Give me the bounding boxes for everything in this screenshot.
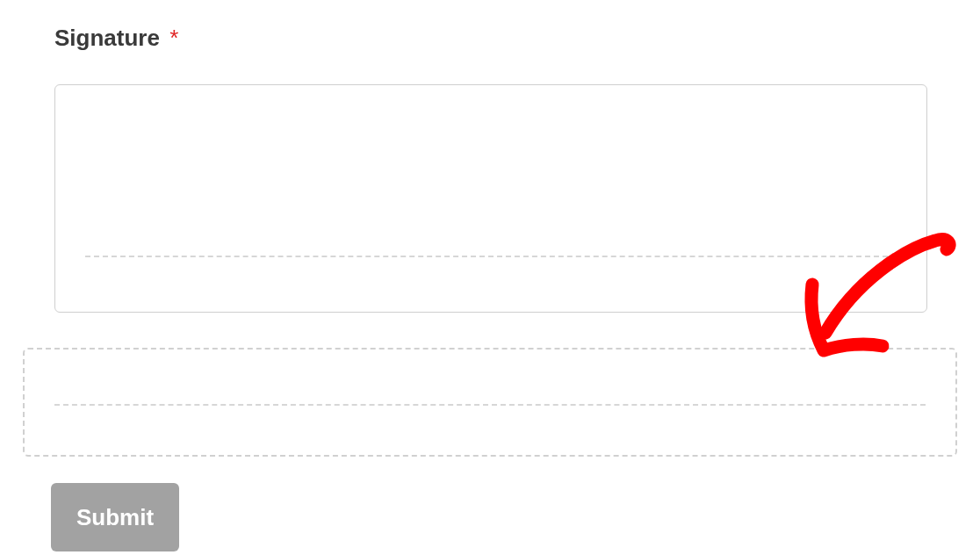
signature-baseline bbox=[85, 256, 897, 257]
required-asterisk: * bbox=[169, 25, 178, 51]
drop-placeholder-area[interactable] bbox=[23, 348, 957, 457]
submit-button-label: Submit bbox=[76, 504, 154, 530]
signature-label-text: Signature bbox=[54, 25, 160, 51]
signature-label: Signature * bbox=[54, 25, 178, 52]
signature-pad[interactable] bbox=[54, 84, 927, 313]
submit-button[interactable]: Submit bbox=[51, 483, 179, 551]
placeholder-divider bbox=[54, 404, 926, 406]
